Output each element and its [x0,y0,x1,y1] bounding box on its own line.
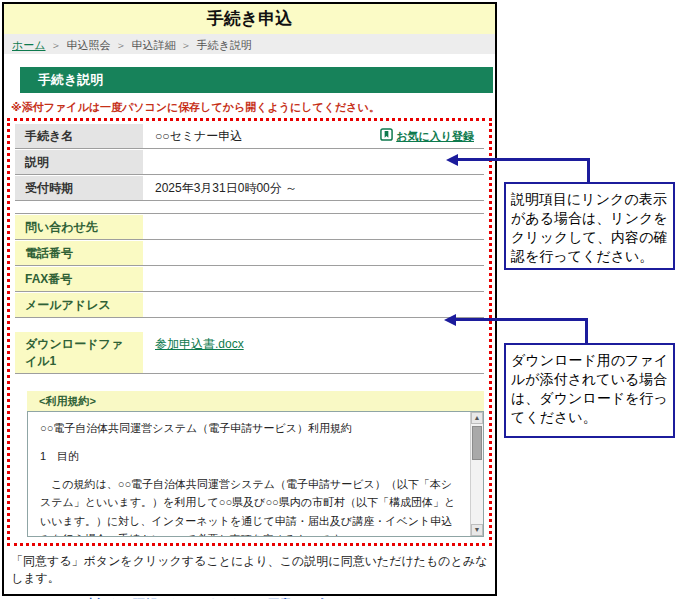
favorite-register-link[interactable]: お気に入り登録 [396,129,474,144]
table-row-email: メールアドレス [15,293,484,318]
scroll-up-icon[interactable]: ▲ [471,412,483,424]
row-label: FAX番号 [15,267,143,291]
row-label: メールアドレス [15,293,143,317]
description-value [143,150,484,174]
table-row-contact: 問い合わせ先 [15,215,484,240]
breadcrumb-separator: ＞ [51,39,62,51]
table-row-procedure-name: 手続き名 ○○セミナー申込 お気に入り登録 [15,124,484,149]
email-value [143,293,484,317]
terms-of-use-header: <利用規約> [27,391,484,411]
section-banner: 手続き説明 [20,67,493,93]
reception-period-value: 2025年3月31日0時00分 ～ [143,176,484,200]
page-title: 手続き申込 [4,4,495,34]
row-label: 電話番号 [15,241,143,265]
table-row-description: 説明 [15,150,484,175]
empty-row [15,202,484,214]
callout-description-link-note: 説明項目にリンクの表示がある場合は、リンクをクリックして、内容の確認を行ってくだ… [504,182,675,270]
breadcrumb-separator: ＞ [181,39,192,51]
scrollbar-thumb[interactable] [472,426,482,460]
terms-section1-heading: 1 目的 [40,447,459,465]
breadcrumb-item-inquiry: 申込照会 [67,39,111,51]
terms-scrollbar[interactable]: ▲ ▼ [470,412,483,536]
procedure-detail-area: 手続き名 ○○セミナー申込 お気に入り登録 説明 受付時期 2025年3月31日… [7,118,492,546]
procedure-name-value: ○○セミナー申込 [155,128,242,145]
row-label: 受付時期 [15,176,143,200]
application-window: 手続き申込 ホーム＞申込照会＞申込詳細＞手続き説明 手続き説明 ※添付ファイルは… [2,2,497,596]
table-row-reception-period: 受付時期 2025年3月31日0時00分 ～ [15,176,484,201]
row-label: 説明 [15,150,143,174]
row-label: ダウンロードファイル1 [15,332,143,373]
terms-title-line: ○○電子自治体共同運営システム（電子申請サービス）利用規約 [40,419,459,437]
table-row-download-file: ダウンロードファイル1 参加申込書.docx [15,332,484,374]
callout1-connector-line [456,158,590,161]
fax-value [143,267,484,291]
breadcrumb-home-link[interactable]: ホーム [12,39,46,51]
row-label: 問い合わせ先 [15,215,143,239]
favorite-icon [380,128,393,144]
callout2-connector-line [454,318,588,321]
scroll-down-icon[interactable]: ▼ [471,524,483,536]
attachment-warning-text: ※添付ファイルは一度パソコンに保存してから開くようにしてください。 [11,100,495,115]
breadcrumb-item-current: 手続き説明 [197,39,252,51]
breadcrumb-item-detail: 申込詳細 [132,39,176,51]
callout2-connector-line [585,318,588,345]
terms-of-use-scrollbox[interactable]: ○○電子自治体共同運営システム（電子申請サービス）利用規約 1 目的 この規約は… [27,411,484,537]
breadcrumb-separator: ＞ [116,39,127,51]
table-row-fax: FAX番号 [15,267,484,292]
terms-section1-body: この規約は、○○電子自治体共同運営システム（電子申請サービス）（以下「本システム… [40,475,459,537]
agree-explanation-text: 「同意する」ボタンをクリックすることにより、この説明に同意いただけたものとみなし… [11,553,489,587]
row-label: 手続き名 [15,124,143,148]
table-row-phone: 電話番号 [15,241,484,266]
download-file-link[interactable]: 参加申込書.docx [155,336,244,353]
breadcrumb: ホーム＞申込照会＞申込詳細＞手続き説明 [4,34,495,54]
phone-value [143,241,484,265]
callout1-connector-line [587,158,590,184]
callout-download-file-note: ダウンロード用のファイルが添付されている場合は、ダウンロードを行ってください。 [504,343,675,438]
contact-value [143,215,484,239]
